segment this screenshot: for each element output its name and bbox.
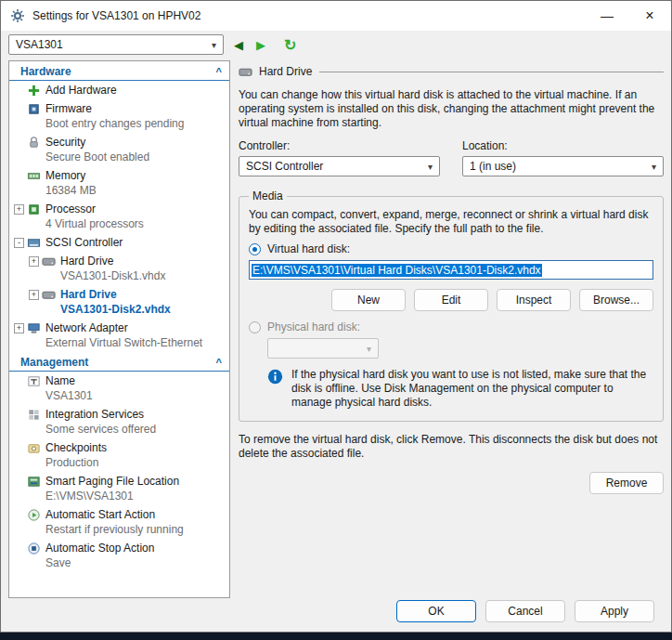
sidebar-item-automatic-stop-action[interactable]: Automatic Stop ActionSave — [9, 539, 229, 572]
title-bar: Settings for VSA1301 on HPHV02 — × — [1, 1, 671, 31]
scsi-controller-icon — [27, 236, 41, 250]
location-select[interactable]: 1 (in use) ▾ — [462, 156, 664, 176]
smart-paging-icon — [27, 475, 41, 489]
hard-drive-settings-panel: Hard Drive You can change how this virtu… — [239, 60, 664, 598]
media-description: You can compact, convert, expand, merge,… — [249, 208, 653, 236]
sidebar-item-name[interactable]: NameVSA1301 — [9, 372, 229, 405]
expander-icon — [14, 477, 24, 487]
navigate-back-icon[interactable]: ◀ — [231, 38, 246, 52]
settings-tree: Hardware ^ Add Hardware FirmwareBoot ent… — [8, 60, 230, 598]
expander-icon — [14, 171, 24, 181]
dialog-footer: OK Cancel Apply — [1, 598, 671, 632]
hardware-header-label: Hardware — [20, 65, 71, 78]
sidebar-item-network-adapter[interactable]: + Network AdapterExternal Virtual Switch… — [9, 319, 229, 352]
automatic-stop-icon — [27, 542, 41, 555]
sidebar-section-management[interactable]: Management ^ — [9, 352, 229, 372]
remove-row: Remove — [239, 472, 664, 494]
screen: Settings for VSA1301 on HPHV02 — × VSA13… — [0, 0, 672, 640]
sidebar-section-hardware[interactable]: Hardware ^ — [9, 61, 229, 81]
hard-drive-icon — [239, 65, 252, 79]
integration-services-icon — [27, 408, 41, 422]
expander-plus-icon[interactable]: + — [14, 204, 24, 215]
physical-disk-select[interactable]: ▾ — [267, 338, 379, 359]
expander-plus-icon[interactable]: + — [29, 256, 39, 267]
edit-button[interactable]: Edit — [414, 289, 488, 311]
media-groupbox: Media You can compact, convert, expand, … — [239, 189, 664, 422]
navigate-forward-icon[interactable]: ▶ — [253, 38, 268, 52]
chevron-down-icon: ▾ — [652, 162, 656, 172]
sidebar-item-memory[interactable]: Memory16384 MB — [9, 166, 229, 200]
security-lock-icon — [27, 136, 41, 150]
processor-icon — [27, 202, 41, 216]
expander-plus-icon[interactable]: + — [29, 290, 39, 300]
virtual-disk-radio[interactable] — [249, 243, 261, 255]
virtual-disk-radio-row: Virtual hard disk: — [249, 242, 653, 255]
physical-disk-radio[interactable] — [249, 321, 261, 333]
controller-select-value: SCSI Controller — [246, 160, 323, 173]
header-divider — [319, 72, 664, 72]
close-button[interactable]: × — [628, 1, 671, 31]
desktop-edge-strip — [0, 633, 672, 640]
sidebar-item-firmware[interactable]: FirmwareBoot entry changes pending — [9, 99, 229, 133]
name-icon — [27, 374, 41, 388]
hard-drive-icon — [42, 255, 56, 268]
sidebar-item-hard-drive-2-selected[interactable]: + Hard DriveVSA1301-Disk2.vhdx — [9, 285, 229, 319]
memory-icon — [27, 169, 41, 183]
chevron-down-icon: ▾ — [212, 40, 216, 50]
expander-icon — [14, 443, 24, 453]
sidebar-item-automatic-start-action[interactable]: Automatic Start ActionRestart if previou… — [9, 505, 229, 539]
vm-selector-value: VSA1301 — [16, 38, 63, 51]
expander-icon — [14, 376, 24, 386]
chevron-down-icon: ▾ — [428, 162, 433, 172]
hard-drive-icon — [42, 288, 56, 302]
collapse-icon[interactable]: ^ — [216, 66, 222, 77]
add-hardware-icon — [27, 84, 41, 98]
sidebar-item-checkpoints[interactable]: CheckpointsProduction — [9, 438, 229, 472]
browse-button[interactable]: Browse... — [579, 289, 653, 311]
management-header-label: Management — [20, 356, 88, 369]
physical-disk-radio-label: Physical hard disk: — [267, 320, 360, 333]
sidebar-item-scsi-controller[interactable]: - SCSI Controller — [9, 233, 229, 252]
virtual-disk-path-input[interactable]: E:\VMS\VSA1301\Virtual Hard Disks\VSA130… — [249, 260, 653, 280]
expander-minus-icon[interactable]: - — [14, 238, 24, 248]
window-title: Settings for VSA1301 on HPHV02 — [32, 9, 586, 22]
toolbar: VSA1301 ▾ ◀ ▶ ↻ — [1, 31, 671, 59]
controller-label: Controller: — [239, 139, 440, 152]
location-select-value: 1 (in use) — [470, 160, 516, 173]
controller-select[interactable]: SCSI Controller ▾ — [239, 156, 440, 176]
expander-icon — [14, 137, 24, 148]
collapse-icon[interactable]: ^ — [216, 357, 222, 368]
checkpoints-icon — [27, 441, 41, 455]
physical-disk-info-text: If the physical hard disk you want to us… — [291, 368, 653, 410]
sidebar-item-smart-paging-file-location[interactable]: Smart Paging File LocationE:\VMS\VSA1301 — [9, 472, 229, 505]
settings-window: Settings for VSA1301 on HPHV02 — × VSA13… — [0, 0, 672, 633]
sidebar-item-processor[interactable]: + Processor4 Virtual processors — [9, 200, 229, 233]
location-label: Location: — [462, 139, 664, 152]
new-button[interactable]: New — [331, 289, 406, 311]
inspect-button[interactable]: Inspect — [497, 289, 571, 311]
physical-disk-info: If the physical hard disk you want to us… — [267, 368, 653, 410]
remove-button[interactable]: Remove — [589, 472, 664, 494]
sidebar-item-add-hardware[interactable]: Add Hardware — [9, 81, 229, 99]
network-adapter-icon — [27, 321, 41, 335]
virtual-disk-radio-label: Virtual hard disk: — [267, 242, 350, 255]
virtual-disk-path-value: E:\VMS\VSA1301\Virtual Hard Disks\VSA130… — [252, 264, 542, 277]
expander-plus-icon[interactable]: + — [14, 323, 24, 333]
intro-text: You can change how this virtual hard dis… — [239, 88, 664, 130]
vm-selector[interactable]: VSA1301 ▾ — [8, 34, 224, 55]
minimize-button[interactable]: — — [586, 1, 628, 31]
settings-window-icon — [10, 8, 25, 23]
content-area: Hardware ^ Add Hardware FirmwareBoot ent… — [1, 59, 671, 598]
cancel-button[interactable]: Cancel — [485, 600, 565, 622]
sidebar-item-integration-services[interactable]: Integration ServicesSome services offere… — [9, 405, 229, 438]
sidebar-item-hard-drive-1[interactable]: + Hard DriveVSA1301-Disk1.vhdx — [9, 252, 229, 285]
panel-title: Hard Drive — [259, 65, 312, 78]
disk-actions-row: New Edit Inspect Browse... — [249, 289, 653, 311]
expander-icon — [14, 543, 24, 554]
apply-button[interactable]: Apply — [575, 600, 654, 622]
expander-icon — [14, 510, 24, 520]
sidebar-item-security[interactable]: SecuritySecure Boot enabled — [9, 133, 229, 166]
ok-button[interactable]: OK — [396, 600, 476, 622]
expander-icon — [14, 410, 24, 420]
refresh-icon[interactable]: ↻ — [281, 36, 299, 54]
